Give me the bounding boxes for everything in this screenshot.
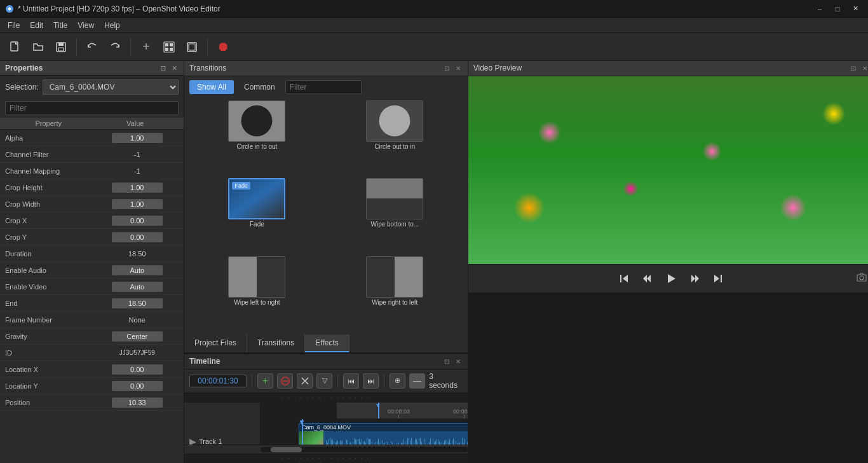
remove-track-button[interactable] (277, 373, 293, 389)
prop-value-end[interactable]: 18.50 (93, 298, 182, 308)
fast-forward-button[interactable] (686, 270, 704, 287)
filter-button[interactable]: ▽ (316, 373, 332, 389)
timeline-bottom-handle[interactable]: · · · · · · · · · · · · · · · (184, 453, 468, 463)
crop-width-slider[interactable]: 1.00 (112, 199, 163, 209)
prop-value-crop-width[interactable]: 1.00 (93, 199, 182, 209)
skip-end-button[interactable] (709, 270, 727, 287)
transition-item-circle-in-out[interactable]: Circle in to out (189, 100, 325, 176)
transition-item-wipe-left-right[interactable]: Wipe left to right (189, 256, 325, 332)
transition-item-circle-out-in[interactable]: Circle out to in (327, 100, 463, 176)
svg-rect-9 (170, 48, 173, 51)
timeline-minus-button[interactable]: — (409, 373, 425, 389)
crop-x-slider[interactable]: 0.00 (112, 216, 163, 226)
new-project-button[interactable] (5, 37, 25, 57)
enable-video-slider[interactable]: Auto (112, 282, 163, 292)
svg-rect-36 (339, 442, 339, 445)
video-undock-icon[interactable]: ⊡ (849, 64, 858, 73)
rewind-button[interactable] (638, 270, 656, 287)
location-x-slider[interactable]: 0.00 (112, 364, 163, 375)
jump-end-button[interactable]: ⏭ (363, 373, 379, 389)
timeline-scroll-track[interactable] (261, 447, 468, 452)
prop-value-gravity[interactable]: Center (93, 331, 182, 342)
prop-value-position[interactable]: 10.33 (93, 397, 182, 408)
transition-item-wipe-right-left[interactable]: Wipe right to left (327, 256, 463, 332)
open-project-button[interactable] (28, 37, 48, 57)
prop-value-enable-audio[interactable]: Auto (93, 265, 182, 275)
skip-start-button[interactable] (615, 270, 633, 287)
end-slider[interactable]: 18.50 (112, 298, 163, 308)
crop-height-slider[interactable]: 1.00 (112, 183, 163, 193)
tab-show-all[interactable]: Show All (189, 80, 234, 94)
screenshot-button[interactable] (857, 273, 867, 284)
timeline-undock-icon[interactable]: ⊡ (442, 357, 451, 366)
transitions-filter-input[interactable] (285, 80, 362, 94)
svg-rect-20 (257, 257, 285, 298)
crop-y-slider[interactable]: 0.00 (112, 232, 163, 242)
svg-rect-42 (346, 439, 347, 445)
tab-common[interactable]: Common (236, 80, 283, 94)
razor-tool-button[interactable] (297, 373, 313, 389)
gravity-slider[interactable]: Center (112, 331, 163, 342)
prop-value-crop-x[interactable]: 0.00 (93, 216, 182, 226)
close-button[interactable]: ✕ (848, 3, 863, 15)
prop-value-alpha[interactable]: 1.00 (93, 133, 182, 143)
menu-file[interactable]: File (3, 20, 25, 31)
enable-audio-slider[interactable]: Auto (112, 265, 163, 275)
alpha-slider[interactable]: 1.00 (112, 133, 163, 143)
jump-start-button[interactable]: ⏮ (343, 373, 359, 389)
track-expand-icon[interactable]: ▶ (189, 436, 196, 445)
redo-button[interactable] (105, 37, 125, 57)
svg-rect-73 (386, 441, 386, 445)
menu-view[interactable]: View (72, 20, 99, 31)
video-close-icon[interactable]: ✕ (860, 64, 868, 73)
circle-out-in-preview (367, 100, 423, 142)
clip-1[interactable]: Cam_6_0004.MOV (299, 423, 468, 445)
prop-value-enable-video[interactable]: Auto (93, 282, 182, 292)
prop-value-crop-y[interactable]: 0.00 (93, 232, 182, 242)
menu-help[interactable]: Help (99, 20, 125, 31)
properties-close-icon[interactable]: ✕ (170, 64, 179, 73)
transition-label-circle-in-out: Circle in to out (236, 143, 277, 150)
fullscreen-button[interactable] (182, 37, 202, 57)
svg-rect-106 (428, 443, 428, 445)
import-button[interactable]: + (136, 37, 156, 57)
properties-scroll-area[interactable]: Alpha 1.00 Channel Filter -1 Channel Map… (0, 130, 184, 463)
prop-value-location-y[interactable]: 0.00 (93, 381, 182, 391)
tab-effects[interactable]: Effects (305, 335, 349, 352)
maximize-button[interactable]: □ (830, 3, 845, 15)
prop-value-location-x[interactable]: 0.00 (93, 364, 182, 375)
menu-edit[interactable]: Edit (25, 20, 48, 31)
svg-rect-111 (434, 442, 435, 445)
save-project-button[interactable] (51, 37, 71, 57)
svg-rect-112 (435, 441, 436, 445)
properties-undock-icon[interactable]: ⊡ (158, 64, 167, 73)
menu-title[interactable]: Title (48, 20, 72, 31)
transition-item-fade[interactable]: Fade Fade (189, 178, 325, 254)
minimize-button[interactable]: – (812, 3, 827, 15)
tab-transitions[interactable]: Transitions (247, 335, 305, 352)
prop-value-crop-height[interactable]: 1.00 (93, 183, 182, 193)
prop-name-channel-filter: Channel Filter (3, 151, 93, 158)
timeline-scrollbar[interactable] (184, 445, 468, 453)
transitions-close-icon[interactable]: ✕ (454, 64, 463, 73)
properties-filter-input[interactable] (5, 101, 179, 115)
undo-button[interactable] (82, 37, 102, 57)
magnet-button[interactable]: ⊕ (390, 373, 405, 389)
transition-item-wipe-bottom[interactable]: Wipe bottom to... (327, 178, 463, 254)
svg-rect-89 (406, 444, 407, 445)
tab-project-files[interactable]: Project Files (184, 335, 247, 352)
transitions-undock-icon[interactable]: ⊡ (442, 64, 451, 73)
record-button[interactable]: ⏺ (213, 37, 233, 57)
prop-name-channel-mapping: Channel Mapping (3, 167, 93, 175)
selection-dropdown[interactable]: Cam_6_0004.MOV (43, 79, 179, 95)
svg-rect-40 (344, 443, 344, 445)
location-y-slider[interactable]: 0.00 (112, 381, 163, 391)
timeline-scroll-thumb[interactable] (271, 447, 302, 452)
timeline-resize-handle[interactable]: · · · · · · · · · · · · · · · (184, 393, 468, 403)
timeline-current-time[interactable]: 00:00:01:30 (189, 375, 247, 387)
export-button[interactable] (159, 37, 179, 57)
add-track-button[interactable]: + (257, 373, 273, 389)
play-button[interactable] (661, 268, 681, 289)
timeline-close-icon[interactable]: ✕ (454, 357, 463, 366)
position-slider[interactable]: 10.33 (112, 397, 163, 408)
